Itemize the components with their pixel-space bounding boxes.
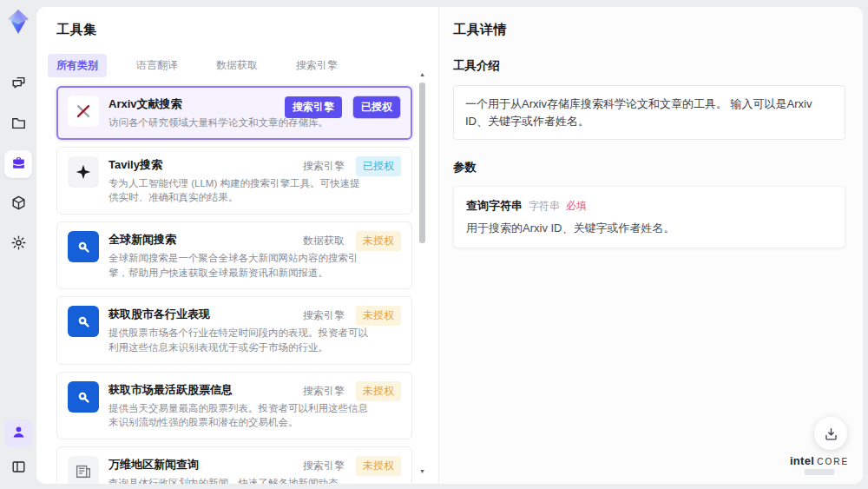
briefcase-icon: [10, 155, 27, 175]
tool-category-badge: 搜索引擎: [285, 96, 342, 118]
tool-description: 提供当天交易量最高的股票列表。投资者可以利用这些信息来识别流动性强的股票和潜在的…: [108, 401, 369, 430]
tool-category-badge: 搜索引擎: [303, 459, 345, 473]
intro-heading: 工具介绍: [453, 58, 845, 74]
tool-auth-badge: 未授权: [356, 381, 401, 401]
tool-auth-badge: 未授权: [356, 456, 401, 476]
sidebar-item-gear[interactable]: [4, 230, 32, 258]
sidebar-item-briefcase[interactable]: [4, 150, 32, 178]
panel-icon: [10, 459, 27, 479]
tool-title: Arxiv文献搜索: [108, 96, 312, 112]
tool-category-badge: 搜索引擎: [303, 384, 345, 399]
tool-badges: 数据获取 未授权: [303, 231, 401, 251]
param-head: 查询字符串 字符串 必填: [466, 198, 832, 214]
sidebar-item-panel[interactable]: [4, 454, 32, 482]
tool-card[interactable]: 全球新闻搜索 全球新闻搜索是一个聚合全球各大新闻网站内容的搜索引擎，帮助用户快速…: [56, 221, 412, 289]
intel-core-logo: intel CORE: [786, 454, 852, 475]
download-button[interactable]: [814, 417, 847, 450]
sidebar-bottom: [0, 420, 36, 482]
download-icon: [823, 426, 839, 442]
intel-logo-subline: [805, 469, 834, 475]
tool-category-badge: 搜索引擎: [303, 308, 345, 323]
param-name: 查询字符串: [466, 198, 523, 214]
search-blue-icon: [68, 306, 99, 337]
tool-description: 查询具体行政区划内的新闻，快速了解各地新闻动态: [108, 476, 369, 484]
category-tabs: 所有类别语言翻译数据获取搜索引擎: [56, 54, 438, 77]
tool-card[interactable]: Tavily搜索 专为人工智能代理 (LLM) 构建的搜索引擎工具。可快速提供实…: [56, 147, 412, 215]
gem-logo-icon[interactable]: [4, 8, 32, 36]
scroll-down-icon[interactable]: ▼: [418, 468, 426, 475]
tool-badges: 搜索引擎 未授权: [303, 456, 401, 476]
sidebar-item-user[interactable]: [4, 420, 32, 447]
page-title: 工具集: [56, 22, 438, 38]
search-blue-icon: [68, 231, 99, 262]
search-blue-icon: [68, 381, 99, 413]
param-description: 用于搜索的Arxiv ID、关键字或作者姓名。: [466, 221, 832, 236]
tool-description: 全球新闻搜索是一个聚合全球各大新闻网站内容的搜索引擎，帮助用户快速获取全球最新资…: [108, 251, 369, 280]
tavily-icon: [68, 156, 99, 188]
arxiv-icon: [68, 96, 99, 127]
tool-auth-badge: 未授权: [356, 306, 401, 326]
intel-logo-text: intel: [790, 454, 814, 467]
tool-card[interactable]: 万维地区新闻查询 查询具体行政区划内的新闻，快速了解各地新闻动态 搜索引擎 未授…: [56, 446, 412, 484]
core-logo-text: CORE: [817, 457, 849, 466]
scrollbar[interactable]: ▲ ▼: [419, 71, 425, 475]
main-panel: 工具集 所有类别语言翻译数据获取搜索引擎 Arxiv文献搜索 访问各个研究领域大…: [36, 7, 863, 484]
category-tab[interactable]: 搜索引擎: [287, 54, 346, 77]
scrollbar-thumb[interactable]: [419, 83, 425, 243]
intro-text: 一个用于从Arxiv存储库搜索科学论文和文章的工具。 输入可以是Arxiv ID…: [453, 85, 845, 140]
tool-description: 专为人工智能代理 (LLM) 构建的搜索引擎工具。可快速提供实时、准确和真实的结…: [108, 176, 369, 205]
tool-title: 获取股市各行业表现: [108, 307, 312, 322]
tool-description: 提供股票市场各个行业在特定时间段内的表现。投资者可以利用这些信息来识别表现优于或…: [108, 326, 369, 354]
tool-list: Arxiv文献搜索 访问各个研究领域大量科学论文和文章的存储库。 搜索引擎 已授…: [56, 86, 412, 484]
scroll-up-icon[interactable]: ▲: [418, 71, 426, 78]
sidebar-nav: [4, 70, 32, 258]
tool-category-badge: 搜索引擎: [303, 159, 345, 174]
tool-card[interactable]: Arxiv文献搜索 访问各个研究领域大量科学论文和文章的存储库。 搜索引擎 已授…: [56, 86, 412, 140]
tool-list-panel: 工具集 所有类别语言翻译数据获取搜索引擎 Arxiv文献搜索 访问各个研究领域大…: [36, 7, 438, 484]
tool-badges: 搜索引擎 已授权: [303, 156, 401, 176]
tool-auth-badge: 已授权: [356, 156, 401, 176]
tool-card[interactable]: 获取市场最活跃股票信息 提供当天交易量最高的股票列表。投资者可以利用这些信息来识…: [56, 372, 412, 439]
folder-icon: [10, 115, 27, 135]
gear-icon: [10, 235, 27, 254]
param-card: 查询字符串 字符串 必填 用于搜索的Arxiv ID、关键字或作者姓名。: [453, 186, 845, 248]
params-heading: 参数: [453, 160, 845, 175]
tool-detail-panel: 工具详情 工具介绍 一个用于从Arxiv存储库搜索科学论文和文章的工具。 输入可…: [438, 7, 863, 484]
tool-badges: 搜索引擎 未授权: [303, 381, 401, 401]
tool-title: 万维地区新闻查询: [108, 457, 312, 472]
detail-title: 工具详情: [453, 22, 845, 38]
cube-icon: [10, 195, 27, 215]
sidebar-item-cube[interactable]: [4, 190, 32, 218]
tool-title: Tavily搜索: [108, 157, 312, 173]
tool-badges: 搜索引擎 已授权: [285, 96, 400, 118]
category-tab[interactable]: 数据获取: [207, 54, 266, 77]
tool-title: 获取市场最活跃股票信息: [108, 382, 312, 398]
news-icon: [68, 456, 99, 484]
tool-category-badge: 数据获取: [303, 234, 345, 248]
tool-auth-badge: 已授权: [353, 96, 400, 118]
param-type: 字符串: [529, 199, 560, 214]
category-tab[interactable]: 语言翻译: [128, 54, 187, 77]
category-tab[interactable]: 所有类别: [48, 54, 107, 77]
tool-badges: 搜索引擎 未授权: [303, 306, 401, 326]
chat-icon: [10, 75, 27, 95]
tool-card[interactable]: 获取股市各行业表现 提供股票市场各个行业在特定时间段内的表现。投资者可以利用这些…: [56, 296, 412, 364]
tool-title: 全球新闻搜索: [108, 232, 312, 248]
user-icon: [10, 424, 27, 444]
app-sidebar: [0, 0, 36, 489]
sidebar-item-folder[interactable]: [4, 110, 32, 138]
param-required-badge: 必填: [566, 199, 587, 214]
tool-auth-badge: 未授权: [356, 231, 401, 251]
sidebar-item-chat[interactable]: [4, 70, 32, 98]
